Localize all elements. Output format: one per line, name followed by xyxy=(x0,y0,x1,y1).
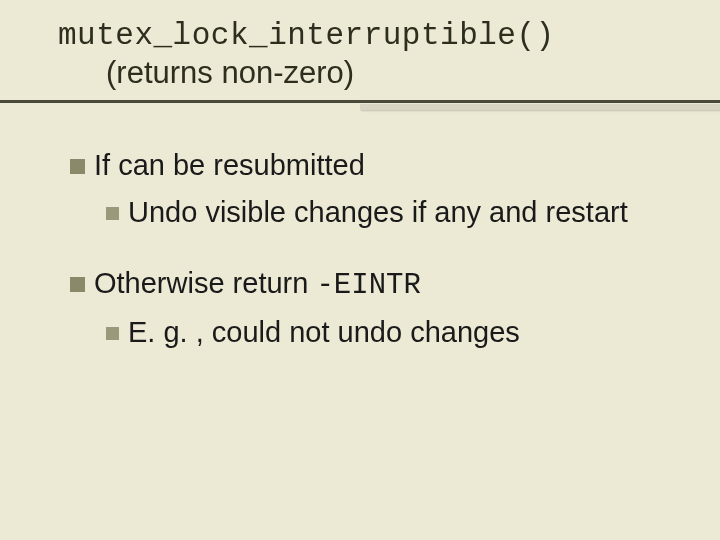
bullet-level1: Otherwise return -EINTR xyxy=(70,264,670,305)
bullet-text: If can be resubmitted xyxy=(94,149,365,181)
title-underline xyxy=(0,100,720,103)
bullet-level2: E. g. , could not undo changes xyxy=(106,313,670,352)
title-line-2: (returns non-zero) xyxy=(58,55,680,91)
slide-body: If can be resubmitted Undo visible chang… xyxy=(70,140,670,361)
title-line-1: mutex_lock_interruptible() xyxy=(58,18,680,53)
bullet-text: Undo visible changes if any and restart xyxy=(128,196,628,228)
bullet-level1: If can be resubmitted xyxy=(70,146,670,185)
bullet-level2: Undo visible changes if any and restart xyxy=(106,193,670,232)
spacer xyxy=(70,240,670,258)
slide-title: mutex_lock_interruptible() (returns non-… xyxy=(58,18,680,91)
bullet-text-code: -EINTR xyxy=(316,269,420,302)
square-bullet-icon xyxy=(70,159,85,174)
square-bullet-icon xyxy=(70,277,85,292)
square-bullet-icon xyxy=(106,327,119,340)
divider-shadow xyxy=(360,104,720,110)
slide: mutex_lock_interruptible() (returns non-… xyxy=(0,0,720,540)
bullet-text: E. g. , could not undo changes xyxy=(128,316,520,348)
square-bullet-icon xyxy=(106,207,119,220)
bullet-text-prefix: Otherwise return xyxy=(94,267,316,299)
divider-line xyxy=(0,100,720,103)
